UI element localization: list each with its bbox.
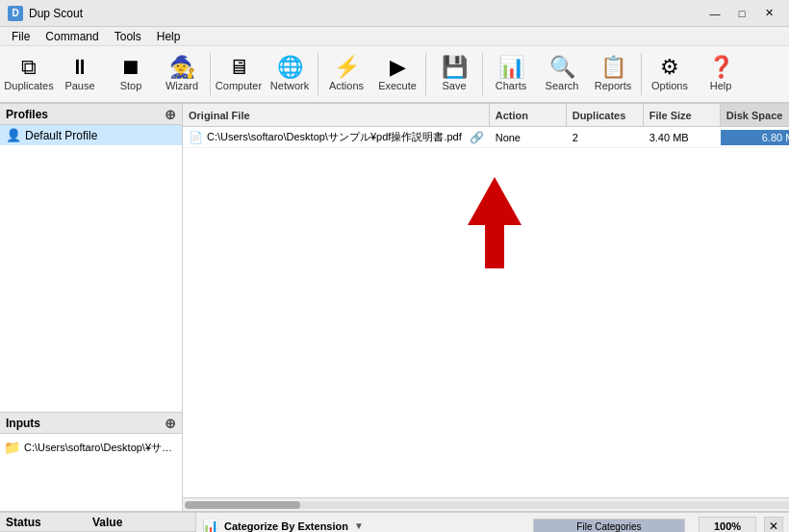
title-bar-text: Dup Scout <box>29 7 702 20</box>
cell-diskspace: 6.80 MB <box>721 130 789 145</box>
cell-original: 📄 C:\Users\softaro\Desktop\サンプル¥pdf操作説明書… <box>183 128 490 146</box>
results-body: 📄 C:\Users\softaro\Desktop\サンプル¥pdf操作説明書… <box>183 127 789 497</box>
cell-filesize: 3.40 MB <box>644 130 721 145</box>
actions-icon: ⚡ <box>334 57 360 78</box>
title-bar: D Dup Scout — □ ✕ <box>0 0 789 27</box>
toolbar-separator-5 <box>641 53 642 95</box>
scrollbar[interactable] <box>183 497 789 511</box>
help-button[interactable]: ❓ Help <box>696 48 746 100</box>
cell-action: None <box>490 130 567 145</box>
scrollbar-thumb[interactable] <box>185 501 300 509</box>
pause-button[interactable]: ⏸ Pause <box>55 48 105 100</box>
search-button[interactable]: 🔍 Search <box>537 48 587 100</box>
table-row[interactable]: 📄 C:\Users\softaro\Desktop\サンプル¥pdf操作説明書… <box>183 127 789 148</box>
scrollbar-track <box>185 501 789 509</box>
stop-button[interactable]: ⏹ Stop <box>106 48 156 100</box>
profile-icon: 👤 <box>6 128 21 142</box>
wizard-button[interactable]: 🧙 Wizard <box>157 48 207 100</box>
menu-tools[interactable]: Tools <box>107 28 149 45</box>
computer-icon: 🖥 <box>228 57 249 78</box>
stop-icon: ⏹ <box>120 57 141 78</box>
arrow-up <box>468 177 522 268</box>
profile-default[interactable]: 👤 Default Profile <box>0 125 182 145</box>
reports-button[interactable]: 📋 Reports <box>588 48 638 100</box>
menu-help[interactable]: Help <box>149 28 189 45</box>
maximize-button[interactable]: □ <box>729 4 754 23</box>
chart-toolbar-icon: 📊 <box>202 519 218 533</box>
inputs-header: Inputs ⊕ <box>0 413 182 434</box>
inputs-list: 📁 C:\Users\softaro\Desktop\¥サンプル¥pdf <box>0 434 182 511</box>
col-header-action: Action <box>490 104 567 126</box>
bottom-area: Status Value Total Dirs 1 Total Files 7 … <box>0 511 789 532</box>
cell-duplicates: 2 <box>567 130 644 145</box>
menu-file[interactable]: File <box>4 28 38 45</box>
left-panel: Profiles ⊕ 👤 Default Profile Inputs ⊕ 📁 … <box>0 104 183 511</box>
menu-command[interactable]: Command <box>38 28 106 45</box>
chart-toolbar: 📊 Categorize By Extension ▼ File Categor… <box>196 513 789 532</box>
charts-icon: 📊 <box>498 57 524 78</box>
chart-title: Categorize By Extension <box>224 520 348 532</box>
app-icon: D <box>8 6 23 21</box>
toolbar-separator-2 <box>318 53 318 95</box>
col-header-duplicates: Duplicates <box>567 104 644 126</box>
col-header-diskspace: Disk Space <box>721 104 789 126</box>
stats-panel: Status Value Total Dirs 1 Total Files 7 … <box>0 513 196 532</box>
input-item: 📁 C:\Users\softaro\Desktop\¥サンプル¥pdf <box>4 438 178 457</box>
pdf-icon: 📄 <box>189 131 203 144</box>
duplicates-icon: ⧉ <box>21 57 37 78</box>
computer-button[interactable]: 🖥 Computer <box>214 48 264 100</box>
col-header-filesize: File Size <box>644 104 721 126</box>
toolbar: ⧉ Duplicates ⏸ Pause ⏹ Stop 🧙 Wizard 🖥 C… <box>0 46 789 104</box>
inputs-add-icon[interactable]: ⊕ <box>165 416 176 431</box>
options-button[interactable]: ⚙ Options <box>645 48 695 100</box>
chart-progress-bar: File Categories <box>533 519 685 533</box>
profiles-header: Profiles ⊕ <box>0 104 182 125</box>
actions-button[interactable]: ⚡ Actions <box>321 48 371 100</box>
folder-icon: 📁 <box>4 440 20 455</box>
toolbar-separator-1 <box>210 53 211 95</box>
options-icon: ⚙ <box>660 57 679 78</box>
right-panel: Original File Action Duplicates File Siz… <box>183 104 789 511</box>
results-header: Original File Action Duplicates File Siz… <box>183 104 789 127</box>
save-button[interactable]: 💾 Save <box>429 48 479 100</box>
save-icon: 💾 <box>442 57 468 78</box>
execute-icon: ▶ <box>390 57 406 78</box>
arrow-indicator <box>183 177 789 268</box>
chart-progress-label: File Categories <box>576 520 641 531</box>
chart-close-button[interactable]: ✕ <box>764 517 783 533</box>
inputs-section: Inputs ⊕ 📁 C:\Users\softaro\Desktop\¥サンプ… <box>0 412 182 511</box>
profiles-add-icon[interactable]: ⊕ <box>165 107 176 122</box>
wizard-icon: 🧙 <box>169 57 195 78</box>
chart-dropdown[interactable]: ▼ <box>354 520 364 531</box>
search-icon: 🔍 <box>549 57 575 78</box>
duplicates-button[interactable]: ⧉ Duplicates <box>4 48 54 100</box>
charts-button[interactable]: 📊 Charts <box>486 48 536 100</box>
reports-icon: 📋 <box>600 57 626 78</box>
main-content: Profiles ⊕ 👤 Default Profile Inputs ⊕ 📁 … <box>0 104 789 511</box>
toolbar-separator-4 <box>482 53 483 95</box>
percent-display[interactable]: 100% <box>699 517 756 533</box>
toolbar-separator-3 <box>425 53 426 95</box>
menu-bar: File Command Tools Help <box>0 27 789 46</box>
network-button[interactable]: 🌐 Network <box>265 48 315 100</box>
title-bar-controls: — □ ✕ <box>702 4 781 23</box>
minimize-button[interactable]: — <box>702 4 727 23</box>
close-button[interactable]: ✕ <box>756 4 781 23</box>
col-header-original: Original File <box>183 104 490 126</box>
execute-button[interactable]: ▶ Execute <box>372 48 422 100</box>
help-icon: ❓ <box>708 57 734 78</box>
pause-icon: ⏸ <box>69 57 90 78</box>
stats-header: Status Value <box>0 513 195 532</box>
network-icon: 🌐 <box>277 57 303 78</box>
profiles-list: 👤 Default Profile <box>0 125 182 412</box>
chart-panel: 📊 Categorize By Extension ▼ File Categor… <box>196 513 789 532</box>
